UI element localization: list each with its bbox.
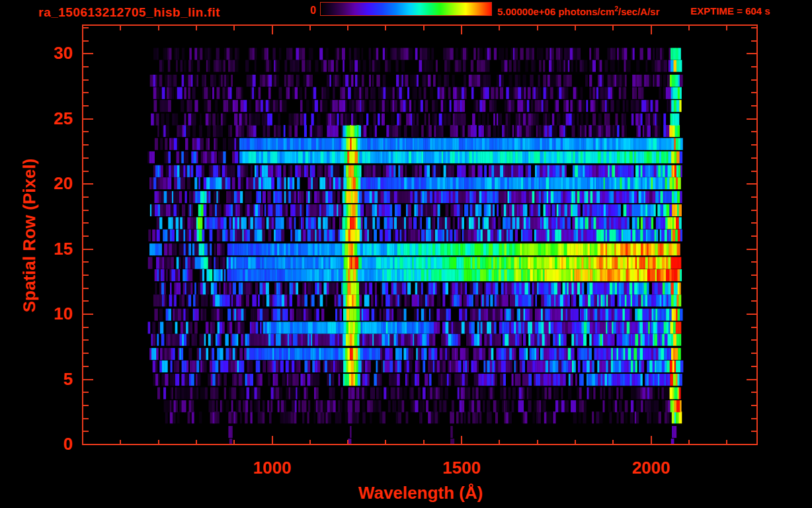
y-axis-minor-tick: [83, 105, 89, 106]
y-axis-major-tick: [747, 249, 756, 250]
y-axis-minor-tick: [751, 27, 756, 28]
y-axis-minor-tick: [751, 418, 756, 419]
y-tick-label: 30: [26, 43, 73, 64]
y-axis-title: Spatial Row (Pixel): [19, 159, 40, 313]
x-axis-minor-tick: [423, 26, 425, 30]
x-axis-minor-tick: [726, 26, 727, 30]
y-axis-minor-tick: [751, 235, 756, 237]
y-axis-major-tick: [83, 314, 93, 315]
y-axis-minor-tick: [751, 222, 756, 224]
y-axis-major-tick: [747, 118, 756, 120]
x-axis-minor-tick: [537, 440, 538, 444]
y-axis-minor-tick: [751, 40, 756, 42]
x-axis-minor-tick: [726, 440, 727, 444]
y-axis-minor-tick: [751, 196, 756, 198]
y-axis-minor-tick: [83, 27, 89, 28]
x-axis-minor-tick: [196, 440, 197, 444]
x-axis-minor-tick: [423, 440, 425, 444]
y-axis-minor-tick: [83, 157, 89, 159]
y-axis-minor-tick: [751, 210, 756, 211]
colorbar-max-label: 5.00000e+06 photons/cm2/sec/A/sr: [497, 5, 659, 17]
x-axis-minor-tick: [499, 26, 500, 30]
x-axis-minor-tick: [688, 26, 690, 30]
colorbar-units-prefix: photons/cm: [555, 6, 614, 17]
y-axis-major-tick: [747, 379, 756, 380]
x-axis-minor-tick: [196, 26, 197, 30]
x-axis-minor-tick: [575, 440, 576, 444]
y-axis-minor-tick: [83, 366, 89, 367]
x-axis-minor-tick: [158, 26, 159, 30]
x-axis-minor-tick: [309, 26, 311, 30]
y-axis-minor-tick: [751, 131, 756, 132]
x-axis-minor-tick: [158, 440, 159, 444]
colorbar-gradient: [321, 3, 491, 15]
y-axis-minor-tick: [83, 222, 89, 224]
y-axis-minor-tick: [751, 275, 756, 276]
y-axis-minor-tick: [83, 261, 89, 263]
x-axis-minor-tick: [233, 26, 235, 30]
y-axis-minor-tick: [83, 339, 89, 341]
y-axis-major-tick: [83, 53, 93, 54]
exptime-label: EXPTIME = 604 s: [690, 5, 770, 17]
x-axis-title: Wavelength (Å): [358, 483, 483, 503]
y-axis-minor-tick: [83, 405, 89, 406]
y-axis-major-tick: [747, 183, 756, 185]
y-axis-minor-tick: [751, 431, 756, 432]
y-axis-minor-tick: [83, 92, 89, 93]
x-axis-major-tick: [651, 26, 652, 34]
x-tick-label: 1500: [442, 458, 481, 478]
x-axis-minor-tick: [612, 26, 614, 30]
x-axis-minor-tick: [309, 440, 311, 444]
y-axis-minor-tick: [751, 366, 756, 367]
y-axis-major-tick: [747, 53, 756, 54]
y-axis-minor-tick: [83, 144, 89, 146]
y-axis-major-tick: [83, 249, 93, 250]
x-axis-major-tick: [461, 436, 462, 444]
x-axis-minor-tick: [347, 440, 348, 444]
y-axis-minor-tick: [83, 392, 89, 393]
x-axis-minor-tick: [575, 26, 576, 30]
plot-frame: [82, 24, 758, 445]
y-axis-major-tick: [83, 183, 93, 185]
x-axis-minor-tick: [385, 440, 386, 444]
y-axis-minor-tick: [83, 79, 89, 81]
y-tick-label: 0: [26, 434, 73, 454]
x-axis-minor-tick: [688, 440, 690, 444]
y-axis-minor-tick: [751, 79, 756, 81]
y-axis-minor-tick: [83, 131, 89, 132]
y-axis-minor-tick: [751, 339, 756, 341]
x-axis-minor-tick: [499, 440, 500, 444]
y-axis-minor-tick: [751, 300, 756, 302]
y-tick-label: 5: [26, 369, 73, 390]
spectrogram-viewer: { "header": { "filename": "ra_1506132127…: [0, 0, 812, 508]
y-axis-minor-tick: [83, 431, 89, 432]
x-axis-major-tick: [272, 436, 273, 444]
y-axis-minor-tick: [751, 171, 756, 172]
y-axis-minor-tick: [751, 288, 756, 289]
x-axis-minor-tick: [120, 440, 121, 444]
x-tick-label: 1000: [253, 458, 292, 478]
y-axis-major-tick: [747, 314, 756, 315]
y-axis-minor-tick: [83, 40, 89, 42]
x-axis-major-tick: [461, 26, 462, 34]
filename-title: ra_150613212705_hisb_lin.fit: [38, 5, 220, 20]
x-tick-label: 2000: [632, 458, 670, 478]
colorbar-max-value: 5.00000e+06: [497, 6, 555, 17]
y-axis-minor-tick: [83, 353, 89, 354]
y-axis-minor-tick: [83, 66, 89, 67]
y-axis-minor-tick: [751, 405, 756, 406]
y-axis-minor-tick: [751, 105, 756, 106]
y-axis-minor-tick: [83, 300, 89, 302]
y-axis-minor-tick: [751, 261, 756, 263]
y-axis-minor-tick: [83, 210, 89, 211]
y-axis-minor-tick: [83, 288, 89, 289]
y-tick-label: 25: [26, 108, 73, 129]
x-axis-minor-tick: [233, 440, 235, 444]
y-axis-minor-tick: [751, 392, 756, 393]
y-axis-major-tick: [83, 379, 93, 380]
y-axis-minor-tick: [751, 327, 756, 328]
x-axis-minor-tick: [612, 440, 614, 444]
x-axis-minor-tick: [120, 26, 121, 30]
y-axis-minor-tick: [751, 353, 756, 354]
x-axis-major-tick: [272, 26, 273, 34]
